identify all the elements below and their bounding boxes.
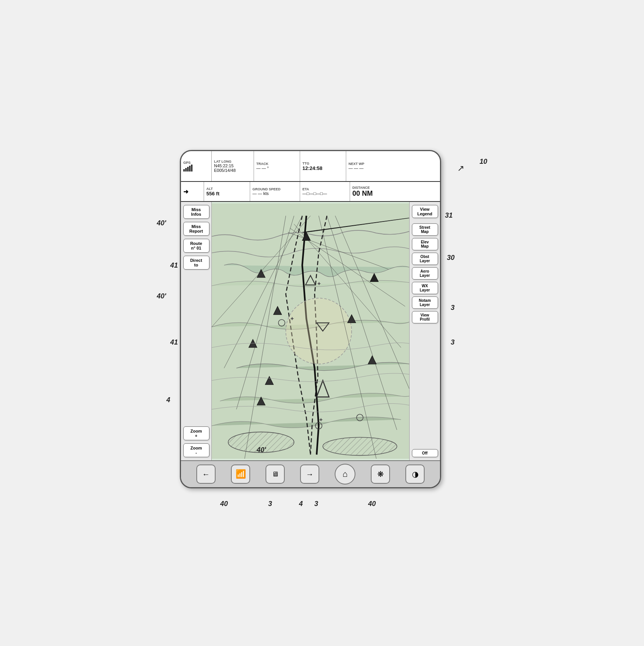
- home-icon: ⌂: [342, 469, 347, 479]
- miss-report-button[interactable]: Miss Report: [183, 222, 209, 236]
- device: GPS LAT LONG N45:22:15 E005/14/48 TRACK …: [180, 150, 441, 488]
- annotation-10: 10: [480, 158, 487, 166]
- distance-cell: DISTANCE 00 NM: [350, 182, 440, 201]
- view-legend-button[interactable]: View Legend: [412, 205, 438, 218]
- map-area[interactable]: ✦ ✦ ✦: [212, 202, 409, 460]
- map-svg: ✦ ✦ ✦: [212, 202, 409, 460]
- screen-icon: 🖥: [272, 470, 279, 478]
- annotation-3b: 3: [451, 338, 455, 346]
- long-value: E005/14/48: [214, 168, 251, 173]
- lat-long-cell: LAT LONG N45:22:15 E005/14/48: [212, 151, 254, 181]
- off-button[interactable]: Off: [412, 449, 438, 457]
- svg-text:✦: ✦: [317, 280, 322, 287]
- annotation-41a: 41: [170, 261, 178, 270]
- annotation-40a: 40': [157, 219, 166, 227]
- nav-cell[interactable]: ➜: [181, 182, 204, 201]
- wx-layer-button[interactable]: WX Layer: [412, 282, 438, 294]
- contrast-icon: ◑: [412, 470, 418, 479]
- bottom-toolbar: ← 📶 🖥 → ⌂ ❋ ◑: [181, 460, 440, 487]
- screen-button[interactable]: 🖥: [266, 465, 285, 484]
- annotation-31: 31: [445, 211, 453, 220]
- miss-infos-button[interactable]: Miss Infos: [183, 205, 209, 219]
- status-bar-row2: ➜ ALT 556 ft GROUND SPEED — — kts ETA —□…: [181, 182, 440, 202]
- annotation-41b: 41: [170, 338, 178, 346]
- next-wp-label: NEXT WP: [349, 162, 438, 166]
- ttg-cell: TTG 12:24:58: [300, 151, 346, 181]
- forward-arrow-icon: →: [306, 470, 314, 479]
- annotation-40c: 40': [257, 446, 266, 454]
- svg-text:✦: ✦: [290, 315, 295, 322]
- track-value: — — °: [256, 166, 297, 170]
- gs-value: — — kts: [252, 191, 297, 196]
- ttg-label: TTG: [302, 162, 344, 165]
- annotation-4b: 4: [299, 500, 303, 508]
- eta-label: ETA: [302, 187, 347, 191]
- gps-label: GPS: [183, 161, 209, 165]
- alt-label: ALT: [206, 187, 247, 191]
- lat-long-label: LAT LONG: [214, 160, 251, 163]
- route-button[interactable]: Route n° 01: [183, 239, 209, 253]
- aero-layer-button[interactable]: Aero Layer: [412, 267, 438, 280]
- annotation-3d: 3: [314, 500, 318, 508]
- annotation-4a: 4: [166, 396, 170, 404]
- main-area: Miss Infos Miss Report Route n° 01 Direc…: [181, 202, 440, 460]
- track-label: TRACK: [256, 162, 297, 166]
- view-profil-button[interactable]: View Profil: [412, 311, 438, 323]
- annotation-3a: 3: [451, 304, 455, 312]
- status-bar-row1: GPS LAT LONG N45:22:15 E005/14/48 TRACK …: [181, 151, 440, 182]
- svg-text:✦: ✦: [319, 416, 324, 423]
- obst-layer-button[interactable]: Obst Layer: [412, 253, 438, 265]
- left-sidebar: Miss Infos Miss Report Route n° 01 Direc…: [181, 202, 212, 460]
- zoom-plus-button[interactable]: Zoom +: [183, 426, 209, 440]
- back-arrow-button[interactable]: ←: [196, 465, 216, 484]
- annotation-40d: 40: [220, 500, 228, 508]
- dist-value: 00 NM: [352, 190, 438, 198]
- right-sidebar: View Legend Street Map Elev Map Obst Lay…: [409, 202, 440, 460]
- eta-cell: ETA —□—□—□—: [300, 182, 350, 201]
- lat-value: N45:22:15: [214, 163, 251, 168]
- ttg-value: 12:24:58: [302, 165, 344, 171]
- next-wp-cell: NEXT WP — — —: [346, 151, 440, 181]
- back-arrow-icon: ←: [202, 470, 210, 479]
- snowflake-button[interactable]: ❋: [371, 465, 390, 484]
- annotation-30: 30: [447, 254, 455, 262]
- notam-layer-button[interactable]: Notam Layer: [412, 296, 438, 309]
- alt-cell: ALT 556 ft: [204, 182, 250, 201]
- street-map-button[interactable]: Street Map: [412, 223, 438, 236]
- gps-cell: GPS: [181, 151, 212, 181]
- ground-speed-cell: GROUND SPEED — — kts: [250, 182, 300, 201]
- gps-signal-icon: [183, 165, 209, 171]
- elev-map-button[interactable]: Elev Map: [412, 238, 438, 250]
- track-cell: TRACK — — °: [254, 151, 300, 181]
- next-wp-value: — — —: [349, 166, 438, 170]
- annotation-10-arrow: ↗: [457, 163, 464, 173]
- svg-point-3: [323, 437, 397, 455]
- direct-to-button[interactable]: Direct to: [183, 256, 209, 270]
- forward-arrow-button[interactable]: →: [300, 465, 319, 484]
- dist-label: DISTANCE: [352, 186, 438, 190]
- alt-value: 556 ft: [206, 191, 247, 196]
- annotation-3c: 3: [268, 500, 272, 508]
- wifi-icon: 📶: [236, 469, 246, 479]
- annotation-40b: 40': [157, 292, 166, 300]
- nav-arrow-icon: ➜: [183, 188, 201, 195]
- wifi-button[interactable]: 📶: [231, 465, 250, 484]
- zoom-minus-button[interactable]: Zoom -: [183, 443, 209, 457]
- contrast-button[interactable]: ◑: [405, 465, 425, 484]
- annotation-40e: 40: [368, 500, 376, 508]
- home-button[interactable]: ⌂: [335, 464, 355, 484]
- svg-point-4: [286, 298, 352, 364]
- gs-label: GROUND SPEED: [252, 187, 297, 191]
- snowflake-icon: ❋: [377, 470, 384, 479]
- eta-value: —□—□—□—: [302, 191, 347, 196]
